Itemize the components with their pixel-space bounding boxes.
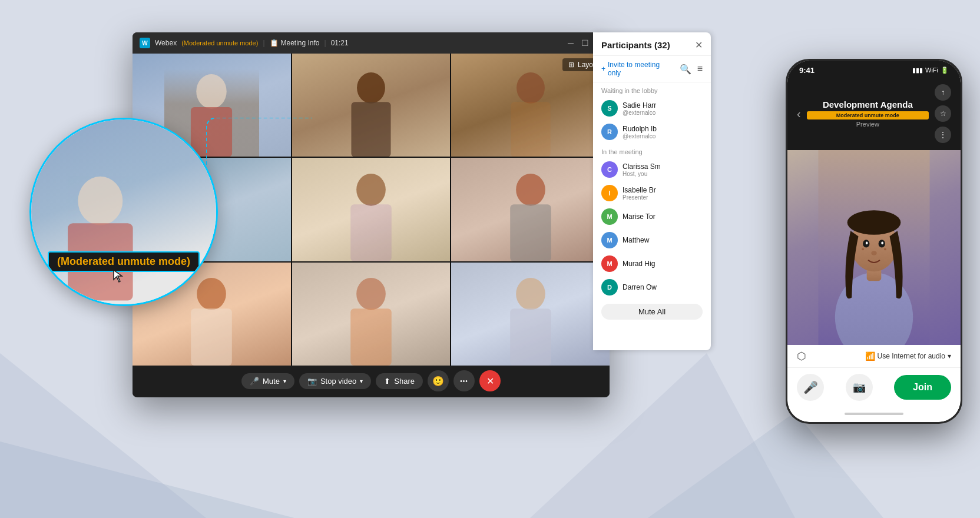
- mobile-phone: 9:41 ▮▮▮ WiFi 🔋 ‹ Development Agenda Mod…: [786, 59, 962, 424]
- participant-info: Sadie Harr @externalco: [623, 101, 703, 116]
- separator: |: [263, 39, 264, 47]
- phone-status-bar: 9:41 ▮▮▮ WiFi 🔋: [787, 61, 961, 79]
- phone-header: ‹ Development Agenda Moderated unmute mo…: [787, 79, 961, 150]
- svg-rect-7: [351, 102, 390, 157]
- participant-avatar: I: [601, 185, 618, 201]
- audio-option-btn[interactable]: 📶 Use Internet for audio ▾: [865, 351, 951, 361]
- video-cell-2[interactable]: [292, 54, 451, 157]
- mode-label: (Moderated unmute mode): [181, 39, 258, 47]
- svg-rect-13: [510, 204, 551, 261]
- participant-avatar: D: [601, 279, 618, 295]
- stop-video-button[interactable]: 📷 Stop video ▾: [299, 373, 371, 389]
- more-options-button[interactable]: •••: [453, 370, 475, 391]
- window-titlebar: W Webex (Moderated unmute mode) | 📋 Meet…: [133, 32, 610, 54]
- svg-point-6: [357, 72, 385, 104]
- participant-name: Rudolph Ib: [623, 125, 703, 133]
- svg-point-29: [866, 242, 868, 245]
- svg-point-20: [78, 177, 123, 225]
- signal-icon: ▮▮▮: [912, 67, 923, 74]
- phone-header-icons: ↑ ☆ ⋮: [935, 84, 951, 143]
- participant-info: Isabelle Br Presenter: [623, 186, 703, 201]
- meeting-info-btn[interactable]: 📋 Meeting Info: [270, 39, 320, 47]
- video-cell-6[interactable]: [451, 158, 610, 261]
- cast-icon[interactable]: ⬡: [797, 350, 806, 363]
- wifi-icon: 📶: [865, 351, 875, 361]
- participant-info: Marise Tor: [623, 212, 703, 221]
- end-call-button[interactable]: ✕: [479, 370, 501, 391]
- phone-icon-1[interactable]: ↑: [935, 84, 951, 101]
- participant-info: Murad Hig: [623, 260, 703, 268]
- mute-all-button[interactable]: Mute All: [601, 304, 703, 320]
- phone-icon-3[interactable]: ⋮: [935, 127, 951, 143]
- video-cell-9[interactable]: [451, 263, 610, 366]
- participant-avatar: C: [601, 161, 618, 178]
- participant-clarissa: C Clarissa Sm Host, you: [593, 158, 711, 181]
- phone-audio-bar: ⬡ 📶 Use Internet for audio ▾: [787, 345, 961, 367]
- magnified-zoom-circle: (Moderated unmute mode): [29, 118, 218, 306]
- phone-mic-btn[interactable]: 🎤: [797, 374, 824, 401]
- phone-person-video: [787, 150, 961, 345]
- svg-rect-17: [350, 308, 392, 366]
- minimize-btn[interactable]: ─: [567, 39, 574, 47]
- lobby-participant-sadie: S Sadie Harr @externalco: [593, 97, 711, 120]
- panel-title: Participants (32): [601, 40, 670, 50]
- participant-darren: D Darren Ow: [593, 275, 711, 299]
- participant-marise: M Marise Tor: [593, 205, 711, 228]
- svg-rect-11: [350, 204, 392, 261]
- phone-header-title: Development Agenda Moderated unmute mode…: [807, 99, 929, 128]
- invite-button[interactable]: + Invite to meeting only: [601, 61, 674, 77]
- wifi-status-icon: WiFi: [925, 67, 938, 74]
- svg-marker-3: [648, 412, 883, 518]
- layout-icon: ⊞: [568, 61, 574, 69]
- phone-join-btn[interactable]: Join: [894, 375, 951, 400]
- phone-camera-btn[interactable]: 📷: [846, 374, 873, 401]
- participant-info: Darren Ow: [623, 283, 703, 291]
- search-participants-btn[interactable]: 🔍: [680, 64, 691, 75]
- meeting-section-title: In the meeting: [593, 144, 711, 158]
- participant-murad: M Murad Hig: [593, 252, 711, 275]
- mic-icon: 🎤: [250, 377, 259, 386]
- mute-dropdown-icon: ▾: [283, 378, 286, 384]
- participant-name: Sadie Harr: [623, 101, 703, 109]
- phone-time: 9:41: [799, 66, 815, 75]
- participants-panel: Participants (32) ✕ + Invite to meeting …: [593, 32, 711, 350]
- end-icon: ✕: [486, 376, 494, 387]
- video-cell-5[interactable]: [292, 158, 451, 261]
- svg-rect-19: [510, 308, 551, 366]
- more-icon: •••: [460, 378, 468, 384]
- participant-info: Matthew: [623, 236, 703, 244]
- meeting-info-icon: 📋: [270, 39, 279, 47]
- phone-icon-2[interactable]: ☆: [935, 105, 951, 122]
- phone-mode-badge: Moderated unmute mode: [807, 111, 929, 119]
- mouse-cursor: [112, 269, 124, 285]
- video-dropdown-icon: ▾: [360, 378, 363, 384]
- participant-isabelle: I Isabelle Br Presenter: [593, 181, 711, 205]
- participant-name: Marise Tor: [623, 212, 703, 221]
- svg-point-30: [881, 242, 883, 245]
- participant-sub: @externalco: [623, 133, 703, 140]
- maximize-btn[interactable]: ☐: [581, 39, 588, 47]
- participant-name: Darren Ow: [623, 283, 703, 291]
- lobby-section-title: Waiting in the lobby: [593, 82, 711, 97]
- svg-point-33: [884, 248, 886, 250]
- phone-screen: 9:41 ▮▮▮ WiFi 🔋 ‹ Development Agenda Mod…: [787, 61, 961, 422]
- sort-participants-btn[interactable]: ≡: [697, 64, 703, 74]
- participant-avatar: M: [601, 255, 618, 272]
- svg-point-31: [871, 251, 876, 255]
- phone-preview-label: Preview: [807, 121, 929, 128]
- reactions-button[interactable]: 🙂: [428, 370, 449, 391]
- video-cell-8[interactable]: [292, 263, 451, 366]
- magnified-content: (Moderated unmute mode): [31, 119, 216, 304]
- share-button[interactable]: ⬆ Share: [376, 373, 423, 389]
- svg-point-16: [356, 278, 386, 310]
- meeting-toolbar: 🎤 Mute ▾ 📷 Stop video ▾ ⬆ Share 🙂 ••• ✕: [133, 366, 610, 396]
- mute-button[interactable]: 🎤 Mute ▾: [241, 373, 294, 389]
- panel-close-btn[interactable]: ✕: [695, 39, 703, 51]
- meeting-timer: 01:21: [331, 39, 349, 47]
- battery-icon: 🔋: [941, 67, 949, 74]
- participant-role: Host, you: [623, 171, 703, 177]
- svg-point-12: [516, 174, 545, 206]
- svg-rect-15: [191, 308, 233, 366]
- participant-sub: @externalco: [623, 109, 703, 116]
- phone-back-btn[interactable]: ‹: [797, 107, 801, 121]
